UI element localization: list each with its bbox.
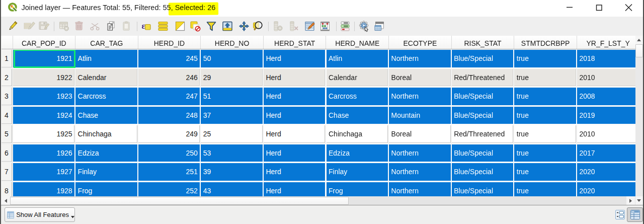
svg-text:ε: ε (142, 21, 145, 31)
